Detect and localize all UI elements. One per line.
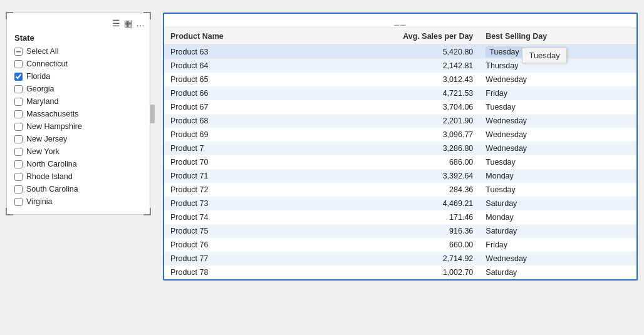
filter-title: State	[7, 31, 150, 45]
cell-avg-sales: 1,002.70	[304, 265, 480, 279]
cell-avg-sales: 3,392.64	[304, 169, 480, 183]
cell-best-day: Tuesday	[479, 183, 636, 197]
cell-product-name: Product 7	[164, 142, 304, 155]
cell-product-name: Product 66	[164, 86, 304, 100]
cell-avg-sales: 4,469.21	[304, 197, 480, 210]
florida-label: Florida	[26, 72, 50, 81]
north-carolina-checkbox[interactable]	[14, 160, 23, 168]
cell-avg-sales: 2,201.90	[304, 114, 480, 128]
col-avg-sales: Avg. Sales per Day	[304, 28, 480, 45]
cell-product-name: Product 71	[164, 169, 304, 183]
florida-checkbox[interactable]	[14, 73, 23, 81]
cell-product-name: Product 78	[164, 265, 304, 279]
cell-best-day: Saturday	[479, 197, 636, 210]
new-hampshire-checkbox[interactable]	[14, 123, 23, 131]
select-all-checkbox[interactable]	[14, 48, 23, 56]
table-row: Product 76660.00Friday	[164, 238, 636, 252]
bracket-tr	[143, 12, 151, 19]
filter-item-florida[interactable]: Florida	[14, 70, 145, 83]
cell-avg-sales: 3,096.77	[304, 128, 480, 142]
filter-item-rhode-island[interactable]: Rhode Island	[14, 170, 145, 183]
south-carolina-checkbox[interactable]	[14, 185, 23, 193]
cell-avg-sales: 4,721.53	[304, 86, 480, 100]
cell-best-day: Tuesday	[479, 100, 636, 114]
cell-avg-sales: 3,704.06	[304, 100, 480, 114]
maryland-checkbox[interactable]	[14, 98, 23, 106]
cell-avg-sales: 3,286.80	[304, 142, 480, 155]
cell-best-day: Saturday	[479, 224, 636, 238]
cell-best-day: Monday	[479, 169, 636, 183]
filter-item-virginia[interactable]: Virginia	[14, 195, 145, 208]
cell-product-name: Product 74	[164, 210, 304, 224]
cell-best-day: Wednesday	[479, 114, 636, 128]
cell-avg-sales: 686.00	[304, 155, 480, 169]
table-row: Product 772,714.92Wednesday	[164, 252, 636, 265]
bracket-bl	[6, 208, 13, 215]
massachusetts-checkbox[interactable]	[14, 110, 23, 118]
cell-product-name: Product 69	[164, 128, 304, 142]
filter-item-new-jersey[interactable]: New Jersey	[14, 133, 145, 145]
cell-avg-sales: 5,420.80	[304, 45, 480, 59]
table-row: Product 74171.46Monday	[164, 210, 636, 224]
table-row: Product 653,012.43Wednesday	[164, 73, 636, 86]
filter-panel-header: ☰ ▦ …	[7, 17, 150, 31]
cell-best-day: Wednesday	[479, 142, 636, 155]
cell-best-day: Tuesday	[479, 155, 636, 169]
rhode-island-checkbox[interactable]	[14, 173, 23, 181]
cell-avg-sales: 2,714.92	[304, 252, 480, 265]
filter-item-connecticut[interactable]: Connecticut	[14, 58, 145, 70]
filter-item-maryland[interactable]: Maryland	[14, 95, 145, 108]
col-best-day: Best Selling Day	[479, 28, 636, 45]
table-row: Product 673,704.06Tuesday	[164, 100, 636, 114]
georgia-checkbox[interactable]	[14, 85, 23, 93]
filter-item-north-carolina[interactable]: North Carolina	[14, 158, 145, 170]
cell-best-day: Wednesday	[479, 73, 636, 86]
select-all-label: Select All	[26, 47, 58, 56]
virginia-label: Virginia	[26, 197, 52, 206]
cell-best-day: Saturday	[479, 265, 636, 279]
cell-product-name: Product 73	[164, 197, 304, 210]
cell-best-day: Friday	[479, 86, 636, 100]
filter-panel: ☰ ▦ … State Select All Connecticut Flori…	[6, 13, 150, 215]
filter-item-massachusetts[interactable]: Massachusetts	[14, 108, 145, 120]
table-row: Product 73,286.80Wednesday	[164, 142, 636, 155]
virginia-checkbox[interactable]	[14, 198, 23, 206]
expand-icon[interactable]: ▦	[124, 18, 132, 28]
filter-item-select-all[interactable]: Select All	[14, 45, 145, 58]
hamburger-icon[interactable]: ☰	[112, 18, 120, 28]
cell-avg-sales: 171.46	[304, 210, 480, 224]
table-panel: ⎯⎯ Product Name Avg. Sales per Day Best …	[163, 13, 638, 281]
scroll-handle[interactable]	[150, 105, 155, 123]
new-york-label: New York	[26, 147, 60, 156]
cell-best-day: Monday	[479, 210, 636, 224]
table-row: Product 664,721.53Friday	[164, 86, 636, 100]
tooltip-container: TuesdayTuesday	[486, 48, 522, 56]
cell-product-name: Product 70	[164, 155, 304, 169]
filter-item-new-york[interactable]: New York	[14, 145, 145, 158]
filter-item-new-hampshire[interactable]: New Hampshire	[14, 120, 145, 133]
cell-product-name: Product 77	[164, 252, 304, 265]
cell-best-day: Friday	[479, 238, 636, 252]
filter-item-georgia[interactable]: Georgia	[14, 83, 145, 95]
cell-product-name: Product 67	[164, 100, 304, 114]
table-row: Product 72284.36Tuesday	[164, 183, 636, 197]
cell-product-name: Product 63	[164, 45, 304, 59]
georgia-label: Georgia	[26, 85, 54, 93]
cell-product-name: Product 76	[164, 238, 304, 252]
cell-product-name: Product 75	[164, 224, 304, 238]
cell-avg-sales: 2,142.81	[304, 59, 480, 73]
cell-product-name: Product 64	[164, 59, 304, 73]
new-york-checkbox[interactable]	[14, 148, 23, 156]
connecticut-label: Connecticut	[26, 59, 68, 68]
bracket-tl	[6, 12, 13, 19]
cell-avg-sales: 284.36	[304, 183, 480, 197]
new-jersey-checkbox[interactable]	[14, 135, 23, 143]
table-header-row: Product Name Avg. Sales per Day Best Sel…	[164, 28, 636, 45]
cell-best-day: Wednesday	[479, 128, 636, 142]
cell-product-name: Product 72	[164, 183, 304, 197]
filter-item-south-carolina[interactable]: South Carolina	[14, 183, 145, 195]
col-product-name: Product Name	[164, 28, 304, 45]
bracket-br	[143, 208, 151, 215]
connecticut-checkbox[interactable]	[14, 60, 23, 68]
more-icon[interactable]: …	[136, 18, 145, 28]
